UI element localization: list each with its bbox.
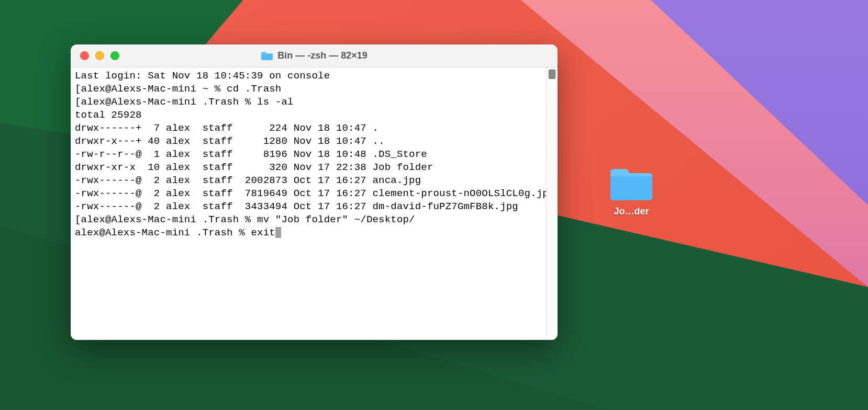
close-button[interactable] [80, 51, 89, 60]
folder-icon [261, 51, 273, 61]
terminal-input: exit [251, 227, 275, 238]
terminal-line: drwxr-x---+ 40 alex staff 1280 Nov 18 10… [75, 135, 542, 148]
terminal-line: [alex@Alexs-Mac-mini ~ % cd .Trash ] [75, 83, 542, 96]
scrollbar-thumb[interactable] [549, 70, 555, 79]
terminal-line: drwx------+ 7 alex staff 224 Nov 18 10:4… [75, 122, 542, 135]
desktop-folder-item[interactable]: Jo…der [600, 165, 663, 218]
zoom-button[interactable] [110, 51, 119, 60]
terminal-line: -rwx------@ 2 alex staff 3433494 Oct 17 … [75, 200, 542, 213]
terminal-window: Bin — -zsh — 82×19 Last login: Sat Nov 1… [71, 44, 558, 340]
scrollbar[interactable] [546, 67, 558, 340]
terminal-prompt: alex@Alexs-Mac-mini .Trash % [75, 227, 251, 238]
terminal-line: -rwx------@ 2 alex staff 7819649 Oct 17 … [75, 187, 542, 200]
terminal-line: drwxr-xr-x 10 alex staff 320 Nov 17 22:3… [75, 161, 542, 174]
terminal-output[interactable]: Last login: Sat Nov 18 10:45:39 on conso… [71, 67, 546, 340]
terminal-line: [alex@Alexs-Mac-mini .Trash % ls -al ] [75, 96, 542, 109]
desktop-folder-label: Jo…der [611, 206, 651, 218]
folder-icon [608, 165, 654, 202]
terminal-line: Last login: Sat Nov 18 10:45:39 on conso… [75, 70, 542, 83]
terminal-line: -rwx------@ 2 alex staff 2002873 Oct 17 … [75, 174, 542, 187]
terminal-line: [alex@Alexs-Mac-mini .Trash % mv "Job fo… [75, 213, 542, 226]
window-titlebar[interactable]: Bin — -zsh — 82×19 [71, 44, 558, 67]
window-title-text: Bin — -zsh — 82×19 [277, 50, 368, 61]
minimize-button[interactable] [95, 51, 104, 60]
window-title: Bin — -zsh — 82×19 [71, 50, 558, 61]
terminal-line: -rw-r--r--@ 1 alex staff 8196 Nov 18 10:… [75, 148, 542, 161]
cursor-icon [275, 227, 281, 238]
terminal-line: total 25928 [75, 109, 542, 122]
